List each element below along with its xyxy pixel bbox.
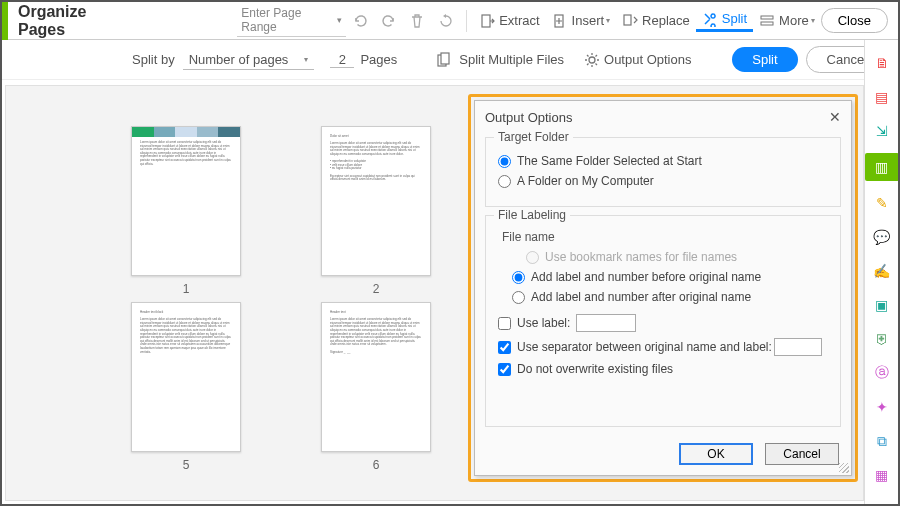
undo-icon[interactable]: [352, 11, 369, 31]
protect-icon[interactable]: ⛨: [871, 327, 893, 351]
split-by-label: Split by: [132, 52, 175, 67]
checkbox-input[interactable]: [498, 317, 511, 330]
page-thumbnail[interactable]: Header text blockLorem ipsum dolor sit a…: [126, 302, 246, 472]
page-count-input[interactable]: 2: [330, 52, 354, 68]
active-underline: [696, 29, 753, 32]
radio-input[interactable]: [512, 271, 525, 284]
edit-pdf-icon[interactable]: ▤: [871, 85, 893, 109]
radio-input[interactable]: [512, 291, 525, 304]
target-folder-group: Target Folder The Same Folder Selected a…: [485, 137, 841, 207]
page-thumbnail[interactable]: Dolor sit ametLorem ipsum dolor sit amet…: [316, 126, 436, 296]
resize-grip-icon[interactable]: [839, 463, 849, 473]
fill-sign-icon[interactable]: ✎: [871, 191, 893, 215]
svg-rect-6: [441, 53, 449, 64]
checkbox-input[interactable]: [498, 341, 511, 354]
accessibility-icon[interactable]: ⓐ: [871, 361, 893, 385]
radio-same-folder[interactable]: The Same Folder Selected at Start: [498, 154, 828, 168]
page-title: Organize Pages: [18, 3, 117, 39]
comment-icon[interactable]: 💬: [871, 225, 893, 249]
export-pdf-icon[interactable]: ⇲: [871, 119, 893, 143]
svg-rect-0: [482, 15, 490, 27]
svg-rect-2: [624, 15, 631, 25]
radio-label-after[interactable]: Add label and number after original name: [512, 290, 828, 304]
page-range-placeholder: Enter Page Range: [241, 6, 319, 34]
svg-rect-3: [761, 16, 773, 19]
radio-input[interactable]: [498, 155, 511, 168]
file-name-label: File name: [502, 230, 828, 244]
top-toolbar: Organize Pages Enter Page Range ▾ Extrac…: [2, 2, 898, 40]
page-number: 1: [183, 282, 190, 296]
page-number: 6: [373, 458, 380, 472]
svg-rect-4: [761, 22, 773, 25]
checkbox-input[interactable]: [498, 363, 511, 376]
right-tool-sidebar: 🗎 ▤ ⇲ ▥ ✎ 💬 ✍ ▣ ⛨ ⓐ ✦ ⧉ ▦: [864, 40, 898, 504]
page-thumbnail[interactable]: Header textLorem ipsum dolor sit amet co…: [316, 302, 436, 472]
label-text-input[interactable]: [576, 314, 636, 332]
close-icon[interactable]: ✕: [829, 109, 841, 125]
compare-icon[interactable]: ⧉: [871, 429, 893, 453]
split-mode-dropdown[interactable]: Number of pages ▾: [183, 50, 315, 70]
split-toolbar: Split by Number of pages ▾ 2 Pages Split…: [2, 40, 898, 80]
more-button[interactable]: More▾: [759, 13, 815, 29]
radio-label-before[interactable]: Add label and number before original nam…: [512, 270, 828, 284]
page-number: 2: [373, 282, 380, 296]
cancel-button[interactable]: Cancel: [765, 443, 839, 465]
page-thumbnail[interactable]: Lorem ipsum dolor sit amet consectetur a…: [126, 126, 246, 296]
group-label: File Labeling: [494, 208, 570, 222]
create-pdf-icon[interactable]: 🗎: [871, 51, 893, 75]
output-options-dialog: Output Options ✕ Target Folder The Same …: [474, 100, 852, 476]
radio-other-folder[interactable]: A Folder on My Computer: [498, 174, 828, 188]
dialog-title: Output Options: [485, 110, 572, 125]
chevron-down-icon: ▾: [811, 16, 815, 25]
file-labeling-group: File Labeling File name Use bookmark nam…: [485, 215, 841, 427]
chevron-down-icon: ▾: [304, 55, 308, 64]
radio-input[interactable]: [498, 175, 511, 188]
extract-button[interactable]: Extract: [479, 13, 539, 29]
checkbox-no-overwrite[interactable]: Do not overwrite existing files: [498, 362, 828, 376]
redo-icon[interactable]: [381, 11, 398, 31]
redact-icon[interactable]: ▣: [871, 293, 893, 317]
sign-icon[interactable]: ✍: [871, 259, 893, 283]
page-range-input[interactable]: Enter Page Range ▾: [237, 4, 346, 37]
ok-button[interactable]: OK: [679, 443, 753, 465]
insert-button[interactable]: Insert▾: [552, 13, 611, 29]
radio-bookmark-names: Use bookmark names for file names: [526, 250, 828, 264]
close-button[interactable]: Close: [821, 8, 888, 33]
separator-text-input[interactable]: [774, 338, 822, 356]
stamp-icon[interactable]: ✦: [871, 395, 893, 419]
group-label: Target Folder: [494, 130, 573, 144]
split-button[interactable]: Split: [702, 11, 747, 27]
delete-icon[interactable]: [409, 11, 426, 31]
organize-pages-icon[interactable]: ▥: [865, 153, 899, 181]
more-tools-icon[interactable]: ▦: [871, 463, 893, 487]
chevron-down-icon: ▾: [337, 15, 342, 25]
svg-point-7: [589, 57, 595, 63]
radio-input: [526, 251, 539, 264]
checkbox-use-separator[interactable]: Use separator between original name and …: [498, 338, 828, 356]
output-options-button[interactable]: Output Options: [584, 52, 691, 68]
chevron-down-icon: ▾: [606, 16, 610, 25]
checkbox-use-label[interactable]: Use label:: [498, 314, 828, 332]
rotate-icon[interactable]: [438, 11, 455, 31]
separator: [466, 10, 467, 32]
accent-stripe: [2, 2, 8, 40]
page-number: 5: [183, 458, 190, 472]
replace-button[interactable]: Replace: [622, 13, 690, 29]
split-action-button[interactable]: Split: [732, 47, 797, 72]
pages-label: Pages: [360, 52, 397, 67]
split-multiple-button[interactable]: Split Multiple Files: [437, 52, 564, 68]
